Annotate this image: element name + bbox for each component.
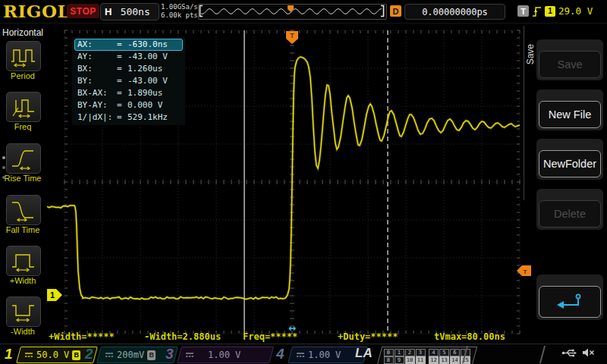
sample-rate: 1.00GSa/s [161, 3, 198, 11]
trigger-source-badge: 1 [545, 6, 555, 17]
la-digit-0: 0 [384, 349, 394, 356]
la-label[interactable]: LA [355, 346, 373, 361]
cursor-readout-row: 1/|dX|:=529.1kHz [74, 111, 183, 124]
back-button[interactable] [536, 275, 603, 320]
delete-button[interactable]: Delete [536, 189, 603, 230]
ch2-bw-limit-badge: B [147, 350, 156, 360]
la-digit-12: 12 [429, 356, 439, 363]
minus-width-icon [10, 300, 37, 323]
ch2-number[interactable]: 2 [85, 346, 93, 362]
horizontal-timebase-control[interactable]: H 500ns [100, 3, 159, 20]
acquisition-info: 1.00GSa/s 6.00k pts [161, 3, 198, 20]
cursor-readout-row: BY:=-43.00 V [74, 75, 183, 87]
measurement-readout: Freq=***** [243, 331, 297, 342]
la-digit-10: 10 [405, 356, 415, 363]
measurement-readout: +Width=***** [49, 331, 115, 342]
speaker-muted-icon[interactable] [582, 347, 595, 358]
ch1-scale: 50.0 V [36, 350, 69, 360]
return-arrow-icon [555, 293, 585, 311]
la-digit-8: 8 [384, 356, 394, 363]
plus-width-icon [10, 249, 37, 272]
timebase-value: 500ns [112, 6, 159, 17]
divider [539, 346, 546, 363]
la-digit-4: 4 [429, 349, 439, 356]
new-file-button[interactable]: New File [536, 89, 603, 130]
period-icon [10, 45, 37, 67]
la-digit-3: 3 [416, 349, 426, 356]
measurement-readout: -Width=2.880us [144, 331, 221, 342]
oscilloscope-screen: { "top_bar": { "logo": "RIGOL", "run_sta… [0, 0, 607, 364]
menu-scroll-indicator [2, 156, 5, 179]
trigger-status-group[interactable]: T 1 29.0 V [517, 4, 593, 18]
h-label: H [105, 6, 112, 17]
la-digit-1: 1 [395, 349, 404, 356]
ch3-scale: 1.00 V [208, 350, 241, 360]
la-digit-13: 13 [439, 356, 449, 363]
ch3-status[interactable]: 1.00 V [177, 347, 274, 363]
save-menu: Save Save New File NewFolder Delete [524, 23, 607, 345]
usb-icon [561, 348, 577, 358]
trigger-level-value: 29.0 V [558, 5, 593, 17]
preview-trigger-marker [288, 5, 294, 12]
dc-coupling-icon [185, 351, 194, 359]
save-button[interactable]: Save [536, 39, 603, 80]
preview-waveform-icon [199, 5, 385, 17]
la-digit-2: 2 [405, 349, 415, 356]
ch2-scale: 200mV [117, 350, 144, 360]
rise-time-icon [10, 147, 37, 170]
ch1-bw-limit-badge: B [72, 350, 80, 360]
delay-label: D [390, 5, 401, 17]
cursor-readout-row: AX:=-630.0ns [74, 39, 183, 51]
cursor-readout-row: AY:=-43.00 V [74, 51, 183, 63]
la-digit-6: 6 [450, 349, 460, 356]
memory-waveform-preview[interactable] [198, 4, 387, 20]
la-digit-14: 14 [450, 356, 460, 363]
trigger-label: T [517, 5, 529, 17]
run-state-badge[interactable]: STOP [67, 4, 99, 18]
cursor-readout-row: BX:=1.260us [74, 63, 183, 75]
measurement-bar: +Width=*****-Width=2.880usFreq=*****+Dut… [0, 331, 607, 344]
la-digit-5: 5 [439, 349, 449, 356]
cursor-readout-row: BY-AY:=0.000 V [74, 99, 183, 111]
la-digit-9: 9 [395, 356, 404, 363]
ch4-number[interactable]: 4 [276, 346, 285, 362]
top-status-bar: RIGOL STOP H 500ns 1.00GSa/s 6.00k pts D… [0, 0, 607, 24]
freq-icon [10, 96, 37, 118]
ch4-scale: 1.00 V [308, 350, 341, 360]
menu-tab-save: Save [525, 44, 536, 64]
cursor-readout-row: BX-AX:=1.890us [74, 87, 183, 99]
ch3-number[interactable]: 3 [165, 346, 174, 362]
channel-status-bar: 1 50.0 V B 2 200mV B 3 [0, 344, 607, 364]
dc-coupling-icon [296, 351, 305, 359]
menu-tab-divider [524, 26, 524, 200]
trigger-delay-value[interactable]: 0.00000000ps [404, 4, 505, 20]
rigol-logo: RIGOL [3, 1, 70, 21]
dc-coupling-icon [24, 351, 33, 359]
rising-edge-icon [532, 5, 542, 17]
measurement-readout: +Duty=***** [338, 331, 398, 342]
svg-text:1: 1 [50, 290, 55, 300]
memory-depth: 6.00k pts [161, 11, 198, 20]
cursor-readout-box: AX:=-630.0nsAY:=-43.00 VBX:=1.260usBY:=-… [72, 37, 185, 125]
horizontal-measure-menu: Horizontal Period Freq Rise Time [0, 23, 46, 345]
measurement-readout: tVmax=80.00ns [434, 331, 505, 342]
ch1-number[interactable]: 1 [5, 346, 13, 362]
svg-text:T: T [290, 32, 294, 39]
new-folder-button[interactable]: NewFolder [536, 139, 603, 180]
fall-time-icon [10, 199, 37, 221]
la-digit-11: 11 [416, 356, 426, 363]
menu-title: Horizontal [0, 27, 46, 38]
dc-coupling-icon [105, 351, 114, 359]
